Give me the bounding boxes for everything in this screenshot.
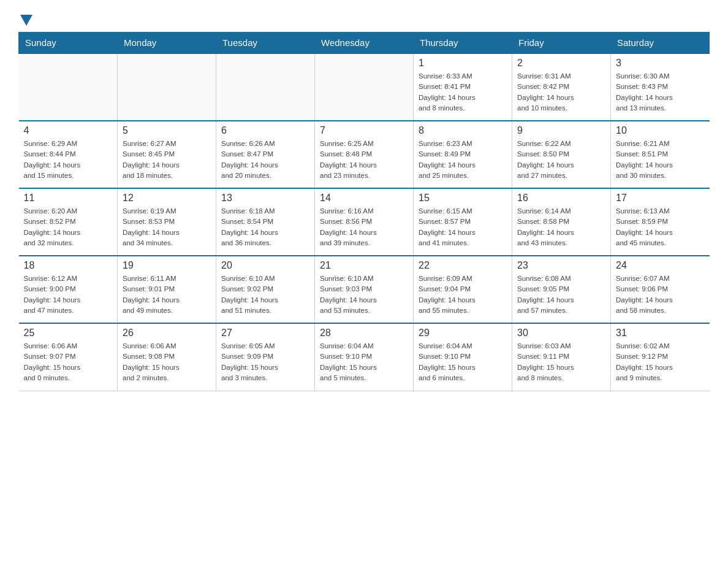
day-number: 27 <box>221 327 309 339</box>
calendar-cell: 27Sunrise: 6:05 AMSunset: 9:09 PMDayligh… <box>216 323 315 391</box>
calendar-cell: 16Sunrise: 6:14 AMSunset: 8:58 PMDayligh… <box>512 188 611 256</box>
day-number: 14 <box>320 193 408 204</box>
logo-arrow-icon <box>20 15 32 26</box>
header-row: Sunday Monday Tuesday Wednesday Thursday… <box>19 33 710 54</box>
calendar-cell: 19Sunrise: 6:11 AMSunset: 9:01 PMDayligh… <box>118 256 216 323</box>
day-info: Sunrise: 6:10 AMSunset: 9:02 PMDaylight:… <box>221 274 309 316</box>
day-info: Sunrise: 6:13 AMSunset: 8:59 PMDaylight:… <box>616 206 705 248</box>
col-thursday: Thursday <box>414 33 512 54</box>
logo <box>18 12 32 26</box>
calendar-cell: 1Sunrise: 6:33 AMSunset: 8:41 PMDaylight… <box>414 53 512 121</box>
day-number: 2 <box>517 58 605 69</box>
day-info: Sunrise: 6:29 AMSunset: 8:44 PMDaylight:… <box>24 139 113 181</box>
day-number: 23 <box>517 260 605 271</box>
calendar-cell: 26Sunrise: 6:06 AMSunset: 9:08 PMDayligh… <box>118 323 216 391</box>
day-number: 6 <box>221 125 309 136</box>
day-info: Sunrise: 6:10 AMSunset: 9:03 PMDaylight:… <box>320 274 408 316</box>
col-monday: Monday <box>118 33 216 54</box>
day-number: 30 <box>517 327 605 339</box>
day-number: 20 <box>221 260 309 271</box>
day-info: Sunrise: 6:11 AMSunset: 9:01 PMDaylight:… <box>123 274 211 316</box>
calendar-week-row: 25Sunrise: 6:06 AMSunset: 9:07 PMDayligh… <box>19 323 710 391</box>
calendar-cell: 12Sunrise: 6:19 AMSunset: 8:53 PMDayligh… <box>118 188 216 256</box>
calendar-cell: 24Sunrise: 6:07 AMSunset: 9:06 PMDayligh… <box>611 256 710 323</box>
day-number: 13 <box>221 193 309 204</box>
day-number: 28 <box>320 327 408 339</box>
calendar-cell: 20Sunrise: 6:10 AMSunset: 9:02 PMDayligh… <box>216 256 315 323</box>
day-info: Sunrise: 6:20 AMSunset: 8:52 PMDaylight:… <box>24 206 113 248</box>
calendar-cell: 30Sunrise: 6:03 AMSunset: 9:11 PMDayligh… <box>512 323 611 391</box>
day-info: Sunrise: 6:05 AMSunset: 9:09 PMDaylight:… <box>221 341 309 383</box>
day-number: 24 <box>616 260 705 271</box>
calendar-header: Sunday Monday Tuesday Wednesday Thursday… <box>19 33 710 54</box>
calendar-cell: 17Sunrise: 6:13 AMSunset: 8:59 PMDayligh… <box>611 188 710 256</box>
day-info: Sunrise: 6:16 AMSunset: 8:56 PMDaylight:… <box>320 206 408 248</box>
calendar-week-row: 1Sunrise: 6:33 AMSunset: 8:41 PMDaylight… <box>19 53 710 121</box>
calendar-week-row: 4Sunrise: 6:29 AMSunset: 8:44 PMDaylight… <box>19 121 710 188</box>
day-number: 19 <box>123 260 211 271</box>
day-number: 10 <box>616 125 705 136</box>
day-number: 25 <box>24 327 113 339</box>
day-number: 26 <box>123 327 211 339</box>
day-info: Sunrise: 6:21 AMSunset: 8:51 PMDaylight:… <box>616 139 705 181</box>
col-saturday: Saturday <box>611 33 710 54</box>
calendar-cell: 4Sunrise: 6:29 AMSunset: 8:44 PMDaylight… <box>19 121 118 188</box>
day-info: Sunrise: 6:04 AMSunset: 9:10 PMDaylight:… <box>419 341 507 383</box>
day-number: 29 <box>419 327 507 339</box>
day-number: 7 <box>320 125 408 136</box>
calendar-cell: 23Sunrise: 6:08 AMSunset: 9:05 PMDayligh… <box>512 256 611 323</box>
calendar-cell: 14Sunrise: 6:16 AMSunset: 8:56 PMDayligh… <box>315 188 414 256</box>
day-number: 4 <box>24 125 113 136</box>
day-info: Sunrise: 6:08 AMSunset: 9:05 PMDaylight:… <box>517 274 605 316</box>
day-number: 3 <box>616 58 705 69</box>
day-info: Sunrise: 6:22 AMSunset: 8:50 PMDaylight:… <box>517 139 605 181</box>
day-info: Sunrise: 6:09 AMSunset: 9:04 PMDaylight:… <box>419 274 507 316</box>
day-number: 9 <box>517 125 605 136</box>
calendar-cell: 6Sunrise: 6:26 AMSunset: 8:47 PMDaylight… <box>216 121 315 188</box>
day-info: Sunrise: 6:26 AMSunset: 8:47 PMDaylight:… <box>221 139 309 181</box>
calendar-cell <box>118 53 216 121</box>
calendar-cell <box>216 53 315 121</box>
calendar-table: Sunday Monday Tuesday Wednesday Thursday… <box>18 32 710 391</box>
day-info: Sunrise: 6:15 AMSunset: 8:57 PMDaylight:… <box>419 206 507 248</box>
day-info: Sunrise: 6:23 AMSunset: 8:49 PMDaylight:… <box>419 139 507 181</box>
day-number: 17 <box>616 193 705 204</box>
day-info: Sunrise: 6:12 AMSunset: 9:00 PMDaylight:… <box>24 274 113 316</box>
day-info: Sunrise: 6:31 AMSunset: 8:42 PMDaylight:… <box>517 71 605 113</box>
calendar-cell: 3Sunrise: 6:30 AMSunset: 8:43 PMDaylight… <box>611 53 710 121</box>
calendar-cell: 7Sunrise: 6:25 AMSunset: 8:48 PMDaylight… <box>315 121 414 188</box>
calendar-cell: 2Sunrise: 6:31 AMSunset: 8:42 PMDaylight… <box>512 53 611 121</box>
day-number: 15 <box>419 193 507 204</box>
calendar-cell: 31Sunrise: 6:02 AMSunset: 9:12 PMDayligh… <box>611 323 710 391</box>
day-info: Sunrise: 6:02 AMSunset: 9:12 PMDaylight:… <box>616 341 705 383</box>
day-info: Sunrise: 6:06 AMSunset: 9:07 PMDaylight:… <box>24 341 113 383</box>
calendar-cell: 29Sunrise: 6:04 AMSunset: 9:10 PMDayligh… <box>414 323 512 391</box>
calendar-cell: 5Sunrise: 6:27 AMSunset: 8:45 PMDaylight… <box>118 121 216 188</box>
calendar-cell <box>19 53 118 121</box>
calendar-cell: 11Sunrise: 6:20 AMSunset: 8:52 PMDayligh… <box>19 188 118 256</box>
calendar-cell: 18Sunrise: 6:12 AMSunset: 9:00 PMDayligh… <box>19 256 118 323</box>
calendar-cell: 10Sunrise: 6:21 AMSunset: 8:51 PMDayligh… <box>611 121 710 188</box>
day-number: 5 <box>123 125 211 136</box>
day-number: 21 <box>320 260 408 271</box>
day-number: 18 <box>24 260 113 271</box>
day-info: Sunrise: 6:27 AMSunset: 8:45 PMDaylight:… <box>123 139 211 181</box>
calendar-cell: 9Sunrise: 6:22 AMSunset: 8:50 PMDaylight… <box>512 121 611 188</box>
calendar-week-row: 18Sunrise: 6:12 AMSunset: 9:00 PMDayligh… <box>19 256 710 323</box>
day-info: Sunrise: 6:30 AMSunset: 8:43 PMDaylight:… <box>616 71 705 113</box>
page-header <box>18 12 710 26</box>
day-info: Sunrise: 6:04 AMSunset: 9:10 PMDaylight:… <box>320 341 408 383</box>
calendar-cell: 8Sunrise: 6:23 AMSunset: 8:49 PMDaylight… <box>414 121 512 188</box>
day-info: Sunrise: 6:07 AMSunset: 9:06 PMDaylight:… <box>616 274 705 316</box>
day-number: 31 <box>616 327 705 339</box>
day-number: 16 <box>517 193 605 204</box>
calendar-body: 1Sunrise: 6:33 AMSunset: 8:41 PMDaylight… <box>19 53 710 391</box>
col-wednesday: Wednesday <box>315 33 414 54</box>
day-info: Sunrise: 6:18 AMSunset: 8:54 PMDaylight:… <box>221 206 309 248</box>
col-sunday: Sunday <box>19 33 118 54</box>
calendar-cell: 25Sunrise: 6:06 AMSunset: 9:07 PMDayligh… <box>19 323 118 391</box>
day-info: Sunrise: 6:19 AMSunset: 8:53 PMDaylight:… <box>123 206 211 248</box>
calendar-week-row: 11Sunrise: 6:20 AMSunset: 8:52 PMDayligh… <box>19 188 710 256</box>
day-number: 8 <box>419 125 507 136</box>
day-info: Sunrise: 6:06 AMSunset: 9:08 PMDaylight:… <box>123 341 211 383</box>
